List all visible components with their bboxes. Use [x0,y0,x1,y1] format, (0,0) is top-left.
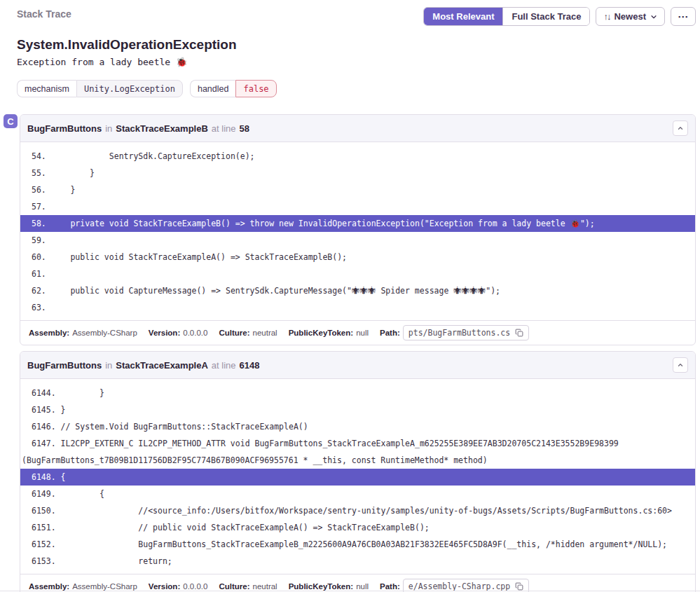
path-value: e/Assembly-CSharp.cpp [409,581,510,591]
stack-frame: BugFarmButtons in StackTraceExampleB at … [20,114,696,345]
frame-in-word: in [105,360,112,371]
code-line-highlighted: 6148. { [20,469,695,486]
assembly-label: Assembly: [29,582,69,591]
code-context: 54. SentrySdk.CaptureException(e); 55. }… [20,142,695,320]
sort-arrows-icon: ↑↓ [603,11,610,22]
copy-icon[interactable] [515,329,523,337]
frame-module: BugFarmButtons [27,360,102,371]
culture-value: neutral [253,582,277,591]
code-line: 63. [20,299,695,316]
code-line: 55. } [20,165,695,181]
tag-key: mechanism [17,80,76,97]
code-line: 56. } [20,181,695,198]
path-copy-box[interactable]: pts/BugFarmButtons.cs [403,325,529,340]
more-options-button[interactable]: ⋯ [671,7,696,26]
collapse-frame-button[interactable] [673,357,688,373]
publickeytoken-value: null [356,329,369,337]
code-line: 54. SentrySdk.CaptureException(e); [20,148,695,165]
full-stack-trace-button[interactable]: Full Stack Trace [502,8,589,25]
assembly-label: Assembly: [29,329,69,337]
chevron-up-icon [677,362,684,369]
code-line: 6145. } [20,401,695,418]
culture-label: Culture: [219,582,249,591]
code-line: 6144. } [20,385,695,401]
frame-function: StackTraceExampleB [116,123,208,134]
copy-icon[interactable] [515,582,523,591]
tag-key: handled [190,80,236,97]
ellipsis-icon: ⋯ [678,11,689,23]
version-value: 0.0.0.0 [183,582,207,591]
exception-type: System.InvalidOperationException [17,37,696,53]
frame-atline-word: at line [212,360,236,371]
code-line: 59. [20,232,695,249]
code-line: 6149. { [20,486,695,502]
frame-header[interactable]: BugFarmButtons in StackTraceExampleB at … [20,115,695,142]
version-label: Version: [149,582,180,591]
sort-newest-button[interactable]: ↑↓ Newest [596,7,665,26]
culture-value: neutral [253,329,277,337]
path-label: Path: [380,329,400,337]
assembly-info: Assembly:Assembly-CSharp Version:0.0.0.0… [20,574,695,592]
tag-value: Unity.LogException [76,80,183,97]
code-line: 6147. IL2CPP_EXTERN_C IL2CPP_METHOD_ATTR… [20,435,695,469]
frame-function: StackTraceExampleA [116,360,208,371]
most-relevant-button[interactable]: Most Relevant [424,8,502,25]
code-line: 57. [20,198,695,215]
exception-message: Exception from a lady beetle 🐞 [17,57,696,67]
assembly-value: Assembly-CSharp [72,329,137,337]
frame-header[interactable]: BugFarmButtons in StackTraceExampleA at … [20,352,695,379]
bottom-divider [0,591,700,591]
code-line: 6151. // public void StackTraceExampleA(… [20,519,695,536]
code-line: 62. public void CaptureMessage() => Sent… [20,282,695,299]
sort-label: Newest [614,11,646,22]
csharp-platform-icon: C [4,114,18,128]
path-value: pts/BugFarmButtons.cs [409,328,510,338]
frame-in-word: in [105,123,112,134]
tag-value: false [235,80,276,97]
version-label: Version: [149,329,180,337]
frame-line-number: 6148 [240,360,260,371]
assembly-info: Assembly:Assembly-CSharp Version:0.0.0.0… [20,320,695,345]
code-line: 6146. // System.Void BugFarmButtons::Sta… [20,418,695,435]
view-toggle: Most Relevant Full Stack Trace [423,7,590,26]
stack-trace-section: Stack Trace Most Relevant Full Stack Tra… [0,0,700,97]
code-line: 6152. BugFarmButtons_StackTraceExampleB_… [20,536,695,553]
culture-label: Culture: [219,329,249,337]
publickeytoken-label: PublicKeyToken: [289,329,353,337]
chevron-down-icon [650,13,657,20]
assembly-value: Assembly-CSharp [72,582,137,591]
code-line: 6150. //<source_info:/Users/bitfox/Works… [20,502,695,519]
stack-frames-list: C BugFarmButtons in StackTraceExampleB a… [20,114,696,592]
collapse-frame-button[interactable] [673,121,688,136]
tag-list: mechanism Unity.LogException handled fal… [17,80,696,97]
frame-atline-word: at line [212,123,236,134]
version-value: 0.0.0.0 [183,329,207,337]
code-line: 6153. return; [20,553,695,570]
code-line: 61. [20,266,695,282]
publickeytoken-label: PublicKeyToken: [289,582,353,591]
frame-module: BugFarmButtons [27,123,102,134]
code-line-highlighted: 58. private void StackTraceExampleB() =>… [20,215,695,232]
tag-mechanism[interactable]: mechanism Unity.LogException [17,80,183,97]
chevron-up-icon [677,125,684,132]
frame-line-number: 58 [240,123,249,134]
path-label: Path: [380,582,400,591]
publickeytoken-value: null [356,582,369,591]
stack-trace-controls: Most Relevant Full Stack Trace ↑↓ Newest… [423,7,696,26]
section-title: Stack Trace [17,8,71,20]
code-line: 60. public void StackTraceExampleA() => … [20,249,695,266]
code-context: 6144. } 6145. } 6146. // System.Void Bug… [20,379,695,574]
tag-handled[interactable]: handled false [190,80,277,97]
stack-frame: BugFarmButtons in StackTraceExampleA at … [20,351,696,592]
